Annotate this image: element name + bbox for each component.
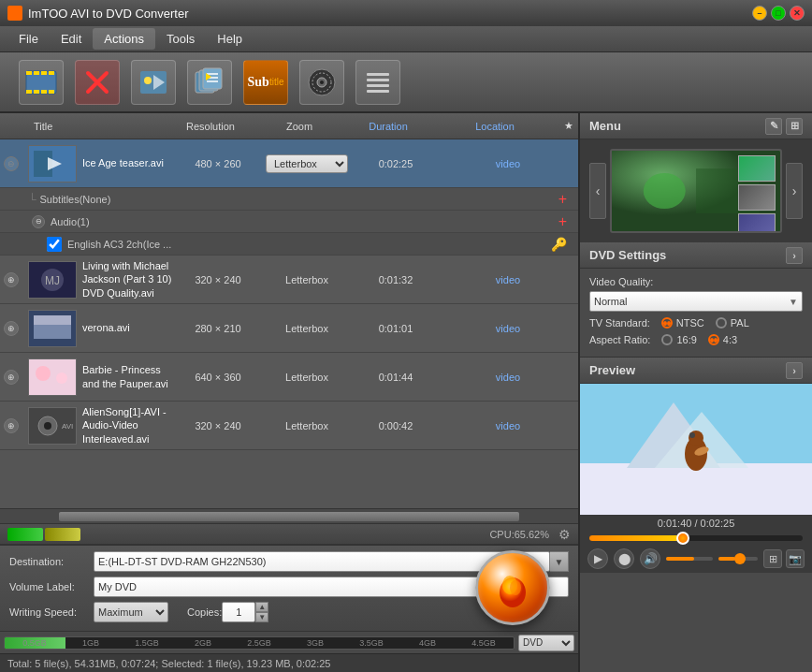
expand-button[interactable]: ⊕ — [4, 370, 19, 385]
preview-expand[interactable]: › — [786, 362, 803, 379]
main-container: Title Resolution Zoom Duration Location … — [0, 113, 812, 672]
pal-radio[interactable] — [716, 317, 727, 329]
fullscreen-button[interactable]: 📷 — [786, 549, 805, 568]
file-location: video — [438, 323, 578, 334]
table-row[interactable]: ⊕ verona.avi 280 × 210 Letterbox 0:01:01… — [0, 304, 578, 353]
preview-video — [580, 384, 812, 515]
stop-button[interactable]: ⬤ — [614, 548, 634, 569]
svg-rect-37 — [34, 315, 71, 325]
writing-speed-select[interactable]: Maximum High Medium Low — [94, 602, 168, 622]
time-slider[interactable] — [718, 557, 758, 561]
expand-button[interactable]: ⊕ — [4, 321, 19, 336]
volume-fill — [666, 557, 694, 561]
play-button[interactable]: ▶ — [587, 548, 608, 569]
pal-option: PAL — [716, 317, 749, 329]
ratio-4-3-radio[interactable] — [708, 334, 719, 345]
table-row[interactable]: ⊖ Ice Age teaser.avi 480 × 260 Letterbox… — [0, 139, 578, 188]
file-resolution: 480 × 260 — [176, 158, 260, 169]
file-title: Ice Age teaser.avi — [82, 156, 176, 169]
zoom-select[interactable]: Letterbox Pan & Scan Full Screen — [266, 154, 348, 173]
ntsc-radio[interactable] — [661, 317, 673, 329]
settings-icon[interactable]: ⚙ — [558, 527, 571, 542]
disk-tick: 2GB — [195, 638, 211, 648]
menu-edit[interactable]: Edit — [50, 28, 93, 50]
snapshot-button[interactable]: ⊞ — [763, 549, 782, 568]
dvd-settings-header: DVD Settings › — [580, 242, 812, 269]
time-thumb[interactable] — [734, 553, 746, 564]
menu-prev-button[interactable]: ‹ — [589, 163, 606, 219]
svg-rect-28 — [367, 90, 389, 93]
expand-button[interactable]: ⊕ — [4, 272, 19, 287]
svg-point-12 — [144, 77, 152, 84]
add-audio-button[interactable]: + — [558, 213, 578, 230]
disk-format-select[interactable]: DVD DVD+R DVD-R — [518, 635, 574, 651]
menu-edit-button[interactable]: ✎ — [765, 118, 782, 135]
table-row[interactable]: ⊕ Barbie - Princess and the Pauper.avi 6… — [0, 353, 578, 402]
col-title: Title — [0, 121, 168, 132]
copies-input[interactable] — [222, 602, 255, 622]
svg-text:AVI: AVI — [62, 422, 73, 431]
preview-section-header: Preview › — [580, 358, 812, 384]
ratio-16-9-radio[interactable] — [661, 334, 673, 345]
pal-label: PAL — [731, 317, 749, 329]
video-link[interactable]: video — [496, 372, 520, 383]
volume-slider[interactable] — [666, 557, 713, 561]
horizontal-scrollbar[interactable] — [0, 508, 578, 523]
video-link[interactable]: video — [496, 274, 520, 285]
thumbnail — [28, 358, 77, 396]
menu-actions[interactable]: Actions — [93, 28, 155, 50]
svg-point-39 — [36, 366, 51, 381]
menu-help[interactable]: Help — [206, 28, 254, 50]
copies-label: Copies: — [187, 606, 222, 618]
audio-track-row: English AC3 2ch(Ice ... 🔑 — [0, 233, 578, 256]
destination-dropdown[interactable]: ▼ — [550, 551, 569, 572]
svg-point-24 — [320, 80, 324, 84]
cpu-status: CPU:65.62% — [489, 529, 549, 540]
menu-tools[interactable]: Tools — [155, 28, 206, 50]
disk-tick: 1GB — [82, 638, 99, 648]
dvd-menu-button[interactable] — [299, 60, 344, 105]
menu-file[interactable]: File — [7, 28, 50, 50]
edit-video-button[interactable] — [131, 60, 176, 105]
remove-button[interactable] — [75, 60, 120, 105]
burn-button[interactable] — [475, 550, 550, 625]
expand-button[interactable]: ⊖ — [4, 156, 19, 171]
preview-progress — [580, 532, 812, 545]
list-settings-button[interactable] — [355, 60, 400, 105]
audio-expand-button[interactable]: ⊖ — [32, 215, 45, 228]
subtitle-button[interactable]: Sub title — [243, 60, 288, 105]
col-zoom: Zoom — [253, 121, 346, 132]
audio-track-checkbox[interactable] — [47, 237, 62, 252]
volume-button[interactable]: 🔊 — [640, 548, 660, 569]
table-row[interactable]: ⊕ AVI AlienSong[1]-AVI - Audio-Video Int… — [0, 402, 578, 450]
video-quality-select[interactable]: Normal ▼ — [589, 291, 803, 312]
scroll-thumb[interactable] — [59, 512, 518, 521]
maximize-button[interactable]: □ — [771, 6, 786, 21]
expand-button[interactable]: ⊕ — [4, 418, 19, 433]
minimize-button[interactable]: – — [752, 6, 767, 21]
spin-up[interactable]: ▲ — [255, 602, 268, 612]
dvd-settings-expand[interactable]: › — [786, 247, 803, 264]
add-chapter-button[interactable] — [187, 60, 232, 105]
close-button[interactable]: ✕ — [790, 6, 805, 21]
disk-tick: 4GB — [419, 638, 436, 648]
video-link[interactable]: video — [496, 158, 520, 169]
progress-thumb[interactable] — [676, 532, 689, 545]
video-link[interactable]: video — [496, 323, 520, 334]
spin-down[interactable]: ▼ — [255, 612, 268, 622]
copies-spinner: ▲ ▼ — [255, 602, 268, 622]
wave-button-2[interactable] — [45, 528, 80, 541]
preview-frame — [580, 384, 812, 515]
video-link[interactable]: video — [496, 420, 520, 431]
destination-label: Destination: — [9, 556, 94, 567]
dvd-settings-panel: Video Quality: Normal ▼ TV Standard: NTS… — [580, 269, 812, 358]
menu-settings-button[interactable]: ⊞ — [786, 118, 803, 135]
menu-next-button[interactable]: › — [786, 163, 803, 219]
table-row[interactable]: ⊕ MJ Living with Michael Jackson (Part 3… — [0, 256, 578, 304]
time-display: 0:01:40 / 0:02:25 — [580, 515, 812, 532]
progress-track[interactable] — [589, 535, 803, 541]
add-subtitle-button[interactable]: + — [558, 191, 578, 208]
wave-button-1[interactable] — [7, 528, 43, 541]
file-resolution: 640 × 360 — [176, 372, 260, 383]
add-video-button[interactable] — [19, 60, 64, 105]
